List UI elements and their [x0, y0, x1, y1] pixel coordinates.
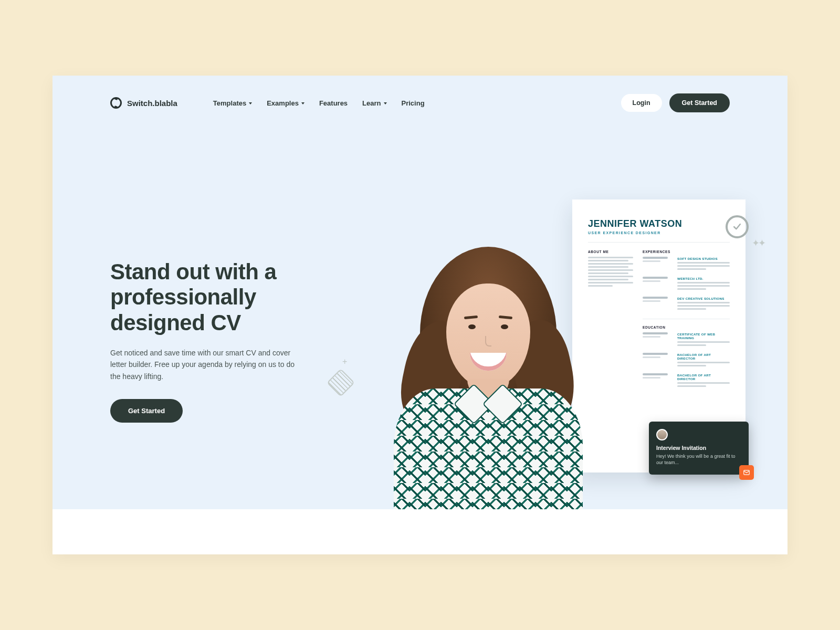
nav-features-label: Features	[319, 99, 348, 107]
cv-experience-row: DEV CREATIVE SOLUTIONS	[643, 297, 730, 311]
divider	[643, 319, 730, 319]
cv-exp-company: DEV CREATIVE SOLUTIONS	[677, 297, 730, 300]
cv-exp-company: SOFT DESIGN STUDIOS	[677, 257, 730, 260]
checkmark-badge-icon	[726, 215, 749, 238]
chevron-down-icon	[384, 102, 387, 104]
sparkle-icon: ✦✦	[752, 237, 764, 249]
cv-education-row: BACHELOR OF ART DIRECTOR	[643, 353, 730, 368]
cv-role: USER EXPERIENCE DESIGNER	[588, 231, 730, 235]
invite-title: Interview Invitation	[656, 445, 741, 451]
cv-experience-row: WEBTECH LTD.	[643, 277, 730, 291]
diamond-doodle-icon	[327, 369, 355, 397]
hero: Stand out with a professionally designed…	[110, 259, 326, 423]
cv-exp-company: WEBTECH LTD.	[677, 277, 730, 280]
cv-about-label: ABOUT ME	[588, 250, 633, 254]
interview-invitation-toast: Interview Invitation Hey! We think you w…	[649, 422, 749, 475]
nav-templates[interactable]: Templates	[213, 99, 252, 107]
hero-cta-button[interactable]: Get Started	[110, 399, 183, 423]
get-started-button[interactable]: Get Started	[669, 93, 730, 112]
cv-experiences-label: EXPERIENCES	[643, 250, 730, 254]
cv-about-text	[588, 257, 633, 287]
avatar	[656, 429, 668, 440]
brand[interactable]: Switch.blabla	[110, 97, 177, 109]
invite-body: Hey! We think you will be a great fit to…	[656, 453, 741, 466]
logo-icon	[110, 97, 122, 109]
chevron-down-icon	[301, 102, 304, 104]
nav-links: Templates Examples Features Learn Pricin…	[213, 99, 425, 107]
nav-examples[interactable]: Examples	[267, 99, 304, 107]
nav-examples-label: Examples	[267, 99, 299, 107]
mail-icon	[739, 465, 754, 480]
cv-edu-title: BACHELOR OF ART DIRECTOR	[677, 353, 730, 360]
hero-person-image: +	[373, 236, 598, 509]
nav-learn[interactable]: Learn	[362, 99, 386, 107]
chevron-down-icon	[249, 102, 252, 104]
cv-education-row: BACHELOR OF ART DIRECTOR	[643, 373, 730, 388]
landing-frame: Switch.blabla Templates Examples Feature…	[52, 76, 788, 554]
nav-actions: Login Get Started	[621, 93, 730, 112]
navbar: Switch.blabla Templates Examples Feature…	[52, 76, 788, 112]
cv-edu-title: BACHELOR OF ART DIRECTOR	[677, 373, 730, 381]
nav-learn-label: Learn	[362, 99, 381, 107]
nav-features[interactable]: Features	[319, 99, 348, 107]
hero-subtitle: Get noticed and save time with our smart…	[110, 347, 299, 382]
nav-templates-label: Templates	[213, 99, 246, 107]
footer-strip	[52, 509, 788, 554]
nav-pricing[interactable]: Pricing	[402, 99, 425, 107]
plus-doodle-icon: +	[342, 357, 347, 366]
brand-name: Switch.blabla	[127, 99, 177, 108]
hero-title: Stand out with a professionally designed…	[110, 259, 326, 335]
login-button[interactable]: Login	[621, 94, 662, 112]
cv-experience-row: SOFT DESIGN STUDIOS	[643, 257, 730, 271]
cv-name: JENNIFER WATSON	[588, 218, 730, 229]
nav-pricing-label: Pricing	[402, 99, 425, 107]
cv-education-row: CERTIFICATE OF WEB TRAINING	[643, 332, 730, 348]
divider	[588, 242, 730, 243]
hero-visual: ✦✦ JENNIFER WATSON USER EXPERIENCE DESIG…	[373, 173, 751, 509]
cv-education-label: EDUCATION	[643, 326, 730, 329]
cv-edu-title: CERTIFICATE OF WEB TRAINING	[677, 332, 730, 340]
